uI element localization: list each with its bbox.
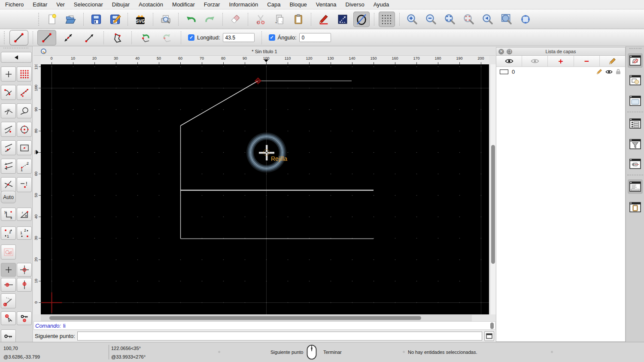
zoom-pan-button[interactable] xyxy=(517,12,534,27)
coord-polar-button[interactable]: ra xyxy=(17,208,32,221)
restrict-shape-button[interactable] xyxy=(1,244,16,259)
zoom-in-button[interactable] xyxy=(404,12,420,27)
new-file-button[interactable] xyxy=(44,12,60,27)
layer-row[interactable]: 0 xyxy=(496,67,625,76)
menu-item-dibujar[interactable]: Dibujar xyxy=(112,1,130,8)
restrict-nothing-button[interactable] xyxy=(1,263,16,277)
pick-relative-zero-button[interactable] xyxy=(1,311,16,325)
middle-snap-button[interactable] xyxy=(17,140,32,155)
menu-item-capa[interactable]: Capa xyxy=(267,1,280,8)
command-dock-button[interactable] xyxy=(628,179,643,194)
cut-button[interactable]: + xyxy=(252,12,269,27)
restrict-vertical-button[interactable] xyxy=(17,278,32,292)
copy-button[interactable]: + xyxy=(271,12,288,27)
palette-handle[interactable] xyxy=(3,48,28,48)
svg-export-button[interactable]: SVG xyxy=(132,12,149,27)
line-double-arrow-button[interactable] xyxy=(59,30,78,45)
restrict-horizontal-button[interactable] xyxy=(1,278,16,292)
tangent-snap-button[interactable] xyxy=(17,103,32,118)
angle-checkbox[interactable]: ✓ xyxy=(269,34,275,41)
corner-12b-button[interactable]: 12 xyxy=(17,226,32,240)
edit-layer-button[interactable] xyxy=(600,56,625,66)
vertical-scrollbar[interactable] xyxy=(490,64,496,314)
line-category-button[interactable] xyxy=(9,30,28,45)
dock-handle[interactable] xyxy=(629,48,641,49)
free-snap-button[interactable] xyxy=(1,66,16,81)
document-titlebar[interactable]: * Sin título 1 xyxy=(33,47,495,56)
ellipse-tool-button[interactable] xyxy=(353,12,370,27)
line-arrow-button[interactable] xyxy=(80,30,99,45)
entity-list-dock-button[interactable] xyxy=(628,116,643,131)
detach-command-button[interactable] xyxy=(484,331,494,341)
vertical-scrollbar-thumb[interactable] xyxy=(491,145,495,264)
remove-layer-button[interactable]: − xyxy=(574,56,600,66)
save-as-button[interactable] xyxy=(107,12,123,27)
on-entity-snap-button[interactable] xyxy=(17,85,32,100)
layer-list-dock-button[interactable] xyxy=(628,53,643,68)
clipboard-dock-button[interactable] xyxy=(628,200,643,214)
paste-button[interactable] xyxy=(290,12,307,27)
lock-relative-zero-button[interactable] xyxy=(1,329,16,343)
endpoint-snap-button[interactable] xyxy=(1,85,16,100)
toolbar-handle[interactable] xyxy=(4,31,6,44)
drawing-canvas[interactable]: Rejilla xyxy=(41,64,489,314)
blueprint-button[interactable] xyxy=(334,12,351,27)
show-all-layers-button[interactable] xyxy=(496,56,522,66)
zoom-auto-button[interactable] xyxy=(442,12,458,27)
horizontal-scrollbar[interactable] xyxy=(41,315,472,321)
open-file-button[interactable] xyxy=(63,12,79,27)
layer-visibility-swatch[interactable] xyxy=(500,69,508,74)
snap-distance-button[interactable] xyxy=(1,159,16,174)
toolbar-handle[interactable] xyxy=(38,13,40,26)
save-button[interactable] xyxy=(88,12,104,27)
restrict-orthogonal-button[interactable] xyxy=(17,263,32,277)
grid-toggle-button[interactable] xyxy=(379,12,395,27)
command-history[interactable]: Comando: li xyxy=(33,321,495,330)
polyline-button[interactable] xyxy=(108,30,127,45)
command-input[interactable] xyxy=(77,332,482,341)
corner-12a-button[interactable]: 12 xyxy=(1,226,16,240)
pencil-icon[interactable] xyxy=(596,69,602,75)
print-preview-button[interactable] xyxy=(158,12,174,27)
lock-icon[interactable] xyxy=(616,69,621,75)
polyline-undo-button[interactable] xyxy=(136,30,155,45)
distance-point-snap-button[interactable] xyxy=(1,140,16,155)
angle-input[interactable] xyxy=(299,33,331,42)
menu-item-ver[interactable]: Ver xyxy=(56,1,65,8)
menu-item-editar[interactable]: Editar xyxy=(33,1,47,8)
draw-order-button[interactable] xyxy=(316,12,332,27)
menu-item-información[interactable]: Información xyxy=(229,1,258,8)
hide-all-layers-button[interactable] xyxy=(522,56,548,66)
snap-distance-12-button[interactable]: 12 xyxy=(17,159,32,174)
snap-auto-button[interactable]: Auto xyxy=(1,191,16,203)
redo-button[interactable] xyxy=(202,12,218,27)
menu-item-ventana[interactable]: Ventana xyxy=(316,1,337,8)
eye-icon[interactable] xyxy=(605,69,613,74)
zoom-previous-button[interactable] xyxy=(461,12,477,27)
menu-item-fichero[interactable]: Fichero xyxy=(5,1,24,8)
add-layer-button[interactable]: + xyxy=(548,56,574,66)
menu-item-modificar[interactable]: Modificar xyxy=(172,1,195,8)
zoom-back-button[interactable] xyxy=(480,12,496,27)
polyline-redo-button[interactable] xyxy=(158,30,176,45)
plugin-dock-button[interactable] xyxy=(628,157,643,171)
menu-item-acotación[interactable]: Acotación xyxy=(139,1,163,8)
library-dock-button[interactable] xyxy=(628,94,643,108)
filter-dock-button[interactable] xyxy=(628,137,643,151)
grid-snap-button[interactable] xyxy=(17,66,32,81)
lock-relative-zero-small-button[interactable] xyxy=(17,311,32,325)
center-snap-button[interactable] xyxy=(17,122,32,137)
delete-button[interactable] xyxy=(227,12,243,27)
length-input[interactable] xyxy=(223,33,255,42)
intersection-snap-button[interactable] xyxy=(1,177,16,192)
zoom-window-button[interactable] xyxy=(498,12,515,27)
undo-button[interactable] xyxy=(183,12,199,27)
intersection-manual-snap-button[interactable]: ! xyxy=(17,177,32,192)
block-list-dock-button[interactable] xyxy=(628,73,643,87)
intersection-auto-snap-button[interactable] xyxy=(1,103,16,118)
line-segment-button[interactable] xyxy=(37,30,56,45)
horizontal-scrollbar-thumb[interactable] xyxy=(49,316,421,320)
coord-cartesian-button[interactable]: yx xyxy=(1,208,16,221)
palette-back-button[interactable] xyxy=(1,52,32,63)
nearest-snap-button[interactable] xyxy=(1,122,16,137)
